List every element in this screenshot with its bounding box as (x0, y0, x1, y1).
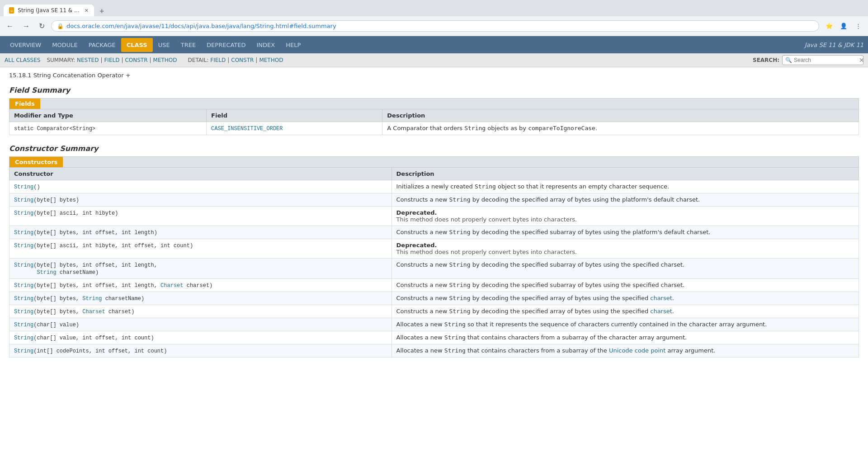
nav-icons: ⭐ 👤 ⋮ (823, 20, 864, 33)
table-row: String(byte[] ascii, int hibyte) Depreca… (9, 207, 859, 226)
nav-tree[interactable]: TREE (175, 38, 201, 52)
nav-class[interactable]: CLASS (121, 38, 153, 52)
summary-nested-link[interactable]: NESTED (77, 57, 99, 63)
constructor-desc: Initializes a newly created String objec… (392, 180, 859, 193)
field-link[interactable]: CASE_INSENSITIVE_ORDER (211, 126, 283, 132)
constructor-desc: Deprecated. This method does not properl… (392, 239, 859, 259)
nav-module[interactable]: MODULE (47, 38, 83, 52)
constructor-link[interactable]: String (14, 197, 33, 203)
constructor-link[interactable]: String (14, 322, 33, 328)
constructor-signature: String(byte[] ascii, int hibyte) (9, 207, 392, 226)
constructor-signature: String(byte[] bytes, String charsetName) (9, 292, 392, 305)
forward-button[interactable]: → (20, 20, 33, 32)
browser-chrome: ☕ String (Java SE 11 & JDK 11 ) ✕ + ← → … (0, 0, 868, 36)
col-constructor: Constructor (9, 168, 392, 180)
constructor-inner-link[interactable]: Charset (82, 309, 105, 315)
search-input[interactable] (794, 57, 857, 63)
active-tab[interactable]: ☕ String (Java SE 11 & JDK 11 ) ✕ (4, 5, 94, 16)
table-row: static Comparator<String> CASE_INSENSITI… (9, 122, 859, 135)
field-description: A Comparator that orders String objects … (382, 122, 859, 135)
constructor-link[interactable]: String (14, 230, 33, 236)
nav-overview[interactable]: OVERVIEW (5, 38, 47, 52)
all-classes-link[interactable]: ALL CLASSES (5, 57, 40, 63)
address-bar[interactable]: 🔒 docs.oracle.com/en/java/javase/11/docs… (51, 20, 819, 32)
constructor-signature: String() (9, 180, 392, 193)
constructor-link[interactable]: String (14, 243, 33, 249)
nav-help[interactable]: HELP (280, 38, 306, 52)
table-row: String(byte[] bytes) Constructs a new St… (9, 193, 859, 207)
summary-field-link[interactable]: FIELD (104, 57, 119, 63)
deprecated-label: Deprecated. (396, 209, 437, 216)
deprecated-label: Deprecated. (396, 242, 437, 249)
nav-index[interactable]: INDEX (251, 38, 281, 52)
constructor-signature: String(byte[] ascii, int hibyte, int off… (9, 239, 392, 259)
constructor-link[interactable]: String (14, 296, 33, 302)
col-description: Description (382, 109, 859, 122)
summary-label: SUMMARY: (47, 57, 75, 63)
refresh-button[interactable]: ↻ (36, 20, 47, 32)
tab-bar: ☕ String (Java SE 11 & JDK 11 ) ✕ + (0, 0, 868, 16)
constructor-link[interactable]: String (14, 309, 33, 315)
nav-bar: ← → ↻ 🔒 docs.oracle.com/en/java/javase/1… (0, 16, 868, 36)
deprecated-note: This method does not properly convert by… (396, 249, 577, 255)
detail-method-link[interactable]: METHOD (259, 57, 283, 63)
charset-link[interactable]: charset (650, 295, 672, 301)
deprecated-note: This method does not properly convert by… (396, 216, 577, 223)
constructor-inner-link[interactable]: Charset (160, 282, 183, 289)
sep4: | (227, 57, 229, 63)
constructor-desc: Constructs a new String by decoding the … (392, 193, 859, 207)
nav-package[interactable]: PACKAGE (83, 38, 121, 52)
constructor-summary-section: Constructor Summary Constructors Constru… (9, 144, 859, 358)
constructor-desc: Constructs a new String by decoding the … (392, 279, 859, 292)
constructor-inner-link[interactable]: String (37, 269, 56, 276)
constructor-link[interactable]: String (14, 210, 33, 216)
search-label: SEARCH: (753, 57, 779, 63)
constructor-link[interactable]: String (14, 335, 33, 341)
search-icon: 🔍 (785, 57, 792, 63)
table-row: String(char[] value, int offset, int cou… (9, 331, 859, 344)
summary-method-link[interactable]: METHOD (153, 57, 177, 63)
constructors-table: Constructors Constructor Description Str… (9, 156, 859, 358)
breadcrumb: 15.18.1 String Concatenation Operator + (9, 72, 859, 79)
constructor-link[interactable]: String (14, 348, 33, 354)
table-row: String(byte[] bytes, int offset, int len… (9, 279, 859, 292)
search-wrapper[interactable]: 🔍 ✕ (782, 55, 863, 65)
back-button[interactable]: ← (4, 20, 16, 32)
constructor-signature: String(byte[] bytes, int offset, int len… (9, 259, 392, 279)
tab-favicon: ☕ (9, 7, 14, 14)
close-tab-button[interactable]: ✕ (85, 8, 89, 14)
sep2: | (121, 57, 123, 63)
table-row: String(byte[] ascii, int hibyte, int off… (9, 239, 859, 259)
extensions-button[interactable]: ⭐ (823, 20, 835, 33)
nav-use[interactable]: USE (153, 38, 175, 52)
constructor-summary-title: Constructor Summary (9, 144, 859, 153)
constructor-link[interactable]: String (14, 184, 33, 190)
detail-constr-link[interactable]: CONSTR (231, 57, 254, 63)
constructor-signature: String(char[] value) (9, 318, 392, 331)
search-clear-button[interactable]: ✕ (859, 56, 864, 64)
search-area: SEARCH: 🔍 ✕ (753, 55, 863, 65)
constructor-desc: Constructs a new String by decoding the … (392, 226, 859, 239)
col-modifier-type: Modifier and Type (9, 109, 207, 122)
lock-icon: 🔒 (57, 23, 64, 29)
constructors-table-header-row: Constructor Description (9, 168, 859, 180)
new-tab-button[interactable]: + (96, 7, 108, 16)
col-field: Field (207, 109, 382, 122)
field-name: CASE_INSENSITIVE_ORDER (207, 122, 382, 135)
constructor-inner-link[interactable]: String (82, 296, 102, 302)
menu-button[interactable]: ⋮ (852, 20, 864, 33)
unicode-link[interactable]: Unicode code point (609, 347, 666, 354)
detail-field-link[interactable]: FIELD (210, 57, 226, 63)
url-text: docs.oracle.com/en/java/javase/11/docs/a… (66, 23, 336, 29)
summary-constr-link[interactable]: CONSTR (125, 57, 147, 63)
profile-button[interactable]: 👤 (837, 20, 850, 33)
constructor-signature: String(byte[] bytes, int offset, int len… (9, 279, 392, 292)
constructors-header-btn: Constructors (9, 157, 63, 167)
constructor-link[interactable]: String (14, 262, 33, 268)
constructor-desc: Constructs a new String by decoding the … (392, 305, 859, 318)
charset-link[interactable]: charset (650, 308, 672, 315)
constructor-link[interactable]: String (14, 282, 33, 289)
nav-deprecated[interactable]: DEPRECATED (201, 38, 251, 52)
table-row: String(byte[] bytes, String charsetName)… (9, 292, 859, 305)
table-row: String(byte[] bytes, int offset, int len… (9, 259, 859, 279)
